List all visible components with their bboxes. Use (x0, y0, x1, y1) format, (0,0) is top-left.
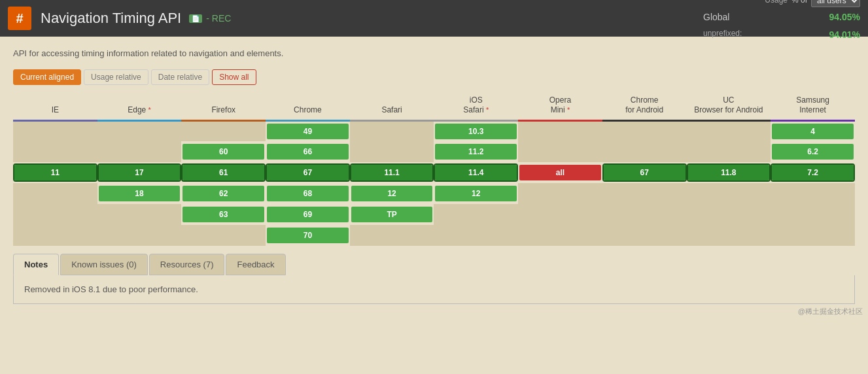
cell-opera-mini-3 (518, 183, 602, 204)
version-green-chrome-3: 68 (267, 186, 349, 201)
global-label: Global (703, 9, 729, 26)
cell-ios-safari-4 (434, 204, 518, 225)
compat-row-4: 6369TP (13, 204, 855, 225)
th-chrome: Chrome (266, 93, 350, 121)
cell-firefox-5 (181, 225, 266, 246)
version-green-edge-3: 18 (99, 186, 181, 201)
cell-firefox-3: 62 (181, 183, 266, 204)
version-green-samsung-1: 6.2 (772, 144, 854, 160)
compat-row-2: 1117616711.111.4all6711.87.2 (13, 162, 855, 183)
th-chrome-android: Chromefor Android (602, 93, 687, 121)
cell-uc-browser-1 (687, 141, 771, 162)
compat-row-3: 1862681212 (13, 183, 855, 204)
filter-usage-relative[interactable]: Usage relative (84, 69, 148, 85)
filter-current-aligned[interactable]: Current aligned (13, 69, 81, 85)
asterisk-ios-safari: * (486, 106, 489, 114)
cell-opera-mini-5 (518, 225, 602, 246)
cell-chrome-android-0 (602, 120, 687, 141)
rec-label: - REC (206, 13, 231, 24)
cell-chrome-android-5 (602, 225, 687, 246)
cell-ie-3 (13, 183, 97, 204)
unprefixed-usage-row: unprefixed: 94.01% (703, 27, 860, 43)
version-green-ios-safari-3: 12 (435, 186, 517, 201)
th-edge: Edge * (97, 93, 182, 121)
cell-ios-safari-0: 10.3 (434, 120, 518, 141)
th-firefox: Firefox (181, 93, 266, 121)
cell-opera-mini-1 (518, 141, 602, 162)
tab-feedback[interactable]: Feedback (226, 254, 285, 275)
usage-panel: Usage % of all users Global 94.05% unpre… (703, 0, 860, 43)
version-current-firefox: 61 (182, 165, 264, 180)
cell-chrome-2: 67 (266, 162, 350, 183)
global-usage-row: Global 94.05% (703, 9, 860, 26)
version-current-samsung: 7.2 (772, 165, 854, 180)
usage-user-select[interactable]: all users (811, 0, 860, 7)
description: API for accessing timing information rel… (13, 47, 406, 60)
tab-known-issues[interactable]: Known issues (0) (60, 254, 148, 275)
compat-row-0: 4910.34 (13, 120, 855, 141)
cell-ie-5 (13, 225, 97, 246)
th-samsung: SamsungInternet (771, 93, 855, 121)
rec-badge: 📄 - REC (189, 13, 231, 24)
cell-samsung-0: 4 (771, 120, 855, 141)
tabs-bar: NotesKnown issues (0)Resources (7)Feedba… (13, 254, 855, 275)
version-current-edge: 17 (99, 165, 181, 180)
tab-notes[interactable]: Notes (13, 254, 59, 275)
usage-percent-of: % of (791, 0, 807, 8)
version-current-ie: 11 (14, 165, 96, 180)
version-green-chrome-5: 70 (267, 228, 349, 243)
th-opera-mini: OperaMini * (518, 93, 602, 121)
cell-samsung-3 (771, 183, 855, 204)
th-safari: Safari (350, 93, 434, 121)
cell-uc-browser-5 (687, 225, 771, 246)
cell-chrome-android-4 (602, 204, 687, 225)
version-green-ios-safari-0: 10.3 (435, 124, 517, 139)
compat-table: IEEdge *FirefoxChromeSafariiOSSafari *Op… (13, 93, 855, 246)
hash-icon: # (8, 7, 31, 30)
cell-samsung-5 (771, 225, 855, 246)
asterisk-edge: * (148, 106, 151, 114)
compat-row-1: 606611.26.2 (13, 141, 855, 162)
cell-chrome-android-1 (602, 141, 687, 162)
cell-edge-2: 17 (97, 162, 182, 183)
cell-chrome-5: 70 (266, 225, 350, 246)
cell-chrome-android-3 (602, 183, 687, 204)
cell-samsung-4 (771, 204, 855, 225)
version-current-safari: 11.1 (351, 165, 433, 180)
watermark: @稀土掘金技术社区 (0, 304, 868, 319)
top-bar: # Navigation Timing API 📄 - REC Usage % … (0, 0, 868, 37)
cell-firefox-0 (181, 120, 266, 141)
version-green-safari-3: 12 (351, 186, 433, 201)
version-current-uc-browser: 11.8 (688, 165, 770, 180)
version-red-opera-mini: all (519, 165, 601, 180)
tab-resources[interactable]: Resources (7) (149, 254, 225, 275)
cell-uc-browser-4 (687, 204, 771, 225)
cell-edge-5 (97, 225, 182, 246)
cell-uc-browser-3 (687, 183, 771, 204)
version-green-firefox-1: 60 (182, 144, 264, 160)
cell-safari-3: 12 (350, 183, 434, 204)
notes-panel: Removed in iOS 8.1 due to poor performan… (13, 275, 855, 304)
cell-ios-safari-1: 11.2 (434, 141, 518, 162)
filter-show-all[interactable]: Show all (212, 69, 256, 85)
cell-ie-2: 11 (13, 162, 97, 183)
version-green-firefox-3: 62 (182, 186, 264, 201)
cell-ios-safari-2: 11.4 (434, 162, 518, 183)
version-current-chrome: 67 (267, 165, 349, 180)
cell-safari-0 (350, 120, 434, 141)
filter-date-relative[interactable]: Date relative (151, 69, 209, 85)
cell-firefox-1: 60 (181, 141, 266, 162)
cell-safari-2: 11.1 (350, 162, 434, 183)
version-green-firefox-4: 63 (182, 207, 264, 222)
version-green-samsung-0: 4 (772, 124, 854, 139)
cell-safari-5 (350, 225, 434, 246)
page-title: Navigation Timing API (41, 10, 181, 27)
browser-header-row: IEEdge *FirefoxChromeSafariiOSSafari *Op… (13, 93, 855, 121)
unprefixed-value: 94.01% (829, 27, 860, 43)
cell-edge-3: 18 (97, 183, 182, 204)
usage-top-row: Usage % of all users (703, 0, 860, 8)
cell-chrome-android-2: 67 (602, 162, 687, 183)
usage-numbers: Global 94.05% unprefixed: 94.01% (703, 9, 860, 43)
cell-uc-browser-0 (687, 120, 771, 141)
filter-bar: Current aligned Usage relative Date rela… (13, 69, 855, 85)
